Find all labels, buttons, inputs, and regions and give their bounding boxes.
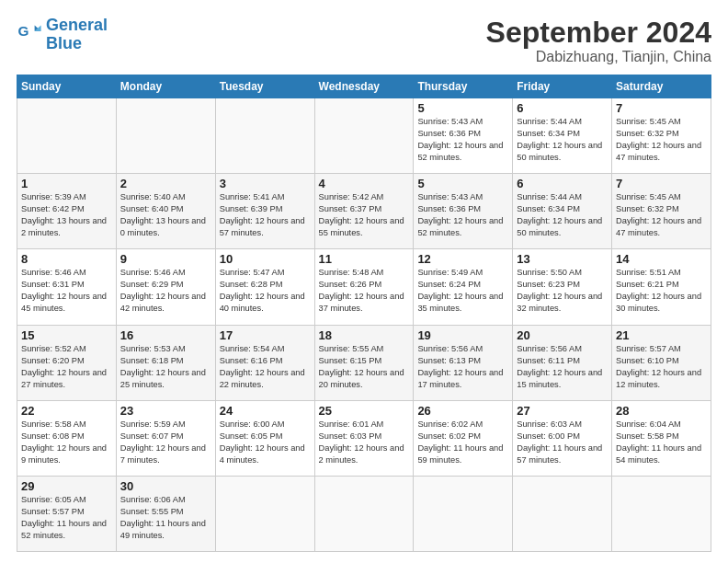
cell-content: Sunrise: 5:57 AMSunset: 6:10 PMDaylight:… [616, 343, 707, 391]
day-number: 20 [517, 328, 608, 342]
cell-content: Sunrise: 5:45 AMSunset: 6:32 PMDaylight:… [616, 116, 707, 164]
calendar-cell: 18 Sunrise: 5:55 AMSunset: 6:15 PMDaylig… [314, 325, 414, 400]
day-number: 5 [417, 101, 508, 115]
cell-content: Sunrise: 5:48 AMSunset: 6:26 PMDaylight:… [319, 267, 410, 315]
calendar-cell: 19 Sunrise: 5:56 AMSunset: 6:13 PMDaylig… [414, 325, 513, 400]
calendar-cell: 27 Sunrise: 6:03 AMSunset: 6:00 PMDaylig… [513, 400, 612, 476]
cell-content: Sunrise: 5:46 AMSunset: 6:31 PMDaylight:… [21, 267, 112, 315]
cell-content: Sunrise: 6:05 AMSunset: 5:57 PMDaylight:… [21, 494, 112, 542]
day-number: 6 [517, 101, 608, 115]
day-number: 5 [417, 177, 508, 190]
day-number: 2 [120, 177, 211, 190]
day-number: 25 [319, 404, 410, 418]
calendar-cell: 8 Sunrise: 5:46 AMSunset: 6:31 PMDayligh… [17, 249, 117, 325]
calendar-cell: 15 Sunrise: 5:52 AMSunset: 6:20 PMDaylig… [17, 325, 117, 400]
cell-content: Sunrise: 5:45 AMSunset: 6:32 PMDaylight:… [616, 191, 707, 239]
day-number: 9 [120, 252, 211, 266]
calendar-cell [215, 476, 314, 551]
day-number: 30 [120, 479, 211, 493]
cell-content: Sunrise: 5:54 AMSunset: 6:16 PMDaylight:… [220, 343, 311, 391]
calendar-row: 1 Sunrise: 5:39 AMSunset: 6:42 PMDayligh… [17, 174, 711, 249]
day-number: 7 [616, 101, 707, 115]
th-sunday: Sunday [17, 75, 117, 98]
cell-content: Sunrise: 6:06 AMSunset: 5:55 PMDaylight:… [120, 494, 211, 542]
logo-icon: G [17, 22, 42, 48]
th-saturday: Saturday [612, 75, 711, 98]
logo-general: General [46, 16, 108, 34]
cell-content: Sunrise: 5:46 AMSunset: 6:29 PMDaylight:… [120, 267, 211, 315]
cell-content: Sunrise: 6:02 AMSunset: 6:02 PMDaylight:… [417, 419, 508, 466]
logo-text: General Blue [46, 17, 108, 53]
th-monday: Monday [116, 75, 215, 98]
calendar-cell: 13 Sunrise: 5:50 AMSunset: 6:23 PMDaylig… [513, 249, 612, 325]
calendar-cell: 12 Sunrise: 5:49 AMSunset: 6:24 PMDaylig… [414, 249, 513, 325]
calendar-cell: 7 Sunrise: 5:45 AMSunset: 6:32 PMDayligh… [612, 174, 711, 249]
day-number: 22 [21, 404, 112, 418]
day-number: 6 [517, 177, 608, 190]
calendar-cell [314, 98, 414, 174]
calendar-cell: 23 Sunrise: 5:59 AMSunset: 6:07 PMDaylig… [116, 400, 215, 476]
calendar-row: 5 Sunrise: 5:43 AMSunset: 6:36 PMDayligh… [17, 98, 711, 174]
day-number: 17 [220, 328, 311, 342]
calendar-cell: 20 Sunrise: 5:56 AMSunset: 6:11 PMDaylig… [513, 325, 612, 400]
calendar-cell: 30 Sunrise: 6:06 AMSunset: 5:55 PMDaylig… [116, 476, 215, 551]
day-number: 18 [319, 328, 410, 342]
cell-content: Sunrise: 5:52 AMSunset: 6:20 PMDaylight:… [21, 343, 112, 391]
calendar-row: 22 Sunrise: 5:58 AMSunset: 6:08 PMDaylig… [17, 400, 711, 476]
logo-blue: Blue [46, 34, 82, 52]
calendar-cell: 7 Sunrise: 5:45 AMSunset: 6:32 PMDayligh… [612, 98, 711, 174]
calendar-cell: 2 Sunrise: 5:40 AMSunset: 6:40 PMDayligh… [116, 174, 215, 249]
th-thursday: Thursday [414, 75, 513, 98]
cell-content: Sunrise: 5:56 AMSunset: 6:11 PMDaylight:… [517, 343, 608, 391]
cell-content: Sunrise: 6:03 AMSunset: 6:00 PMDaylight:… [517, 419, 608, 466]
cell-content: Sunrise: 5:56 AMSunset: 6:13 PMDaylight:… [417, 343, 508, 391]
cell-content: Sunrise: 5:55 AMSunset: 6:15 PMDaylight:… [319, 343, 410, 391]
logo: G General Blue [17, 17, 108, 53]
calendar-cell [116, 98, 215, 174]
th-wednesday: Wednesday [314, 75, 414, 98]
cell-content: Sunrise: 5:53 AMSunset: 6:18 PMDaylight:… [120, 343, 211, 391]
title-block: September 2024 Dabizhuang, Tianjin, Chin… [486, 17, 711, 65]
calendar-cell [513, 476, 612, 551]
calendar-cell: 4 Sunrise: 5:42 AMSunset: 6:37 PMDayligh… [314, 174, 414, 249]
day-number: 10 [220, 252, 311, 266]
header: G General Blue September 2024 Dabizhuang… [17, 17, 711, 65]
calendar-cell: 25 Sunrise: 6:01 AMSunset: 6:03 PMDaylig… [314, 400, 414, 476]
calendar-cell: 24 Sunrise: 6:00 AMSunset: 6:05 PMDaylig… [215, 400, 314, 476]
cell-content: Sunrise: 5:42 AMSunset: 6:37 PMDaylight:… [319, 191, 410, 239]
day-number: 8 [21, 252, 112, 266]
cell-content: Sunrise: 5:50 AMSunset: 6:23 PMDaylight:… [517, 267, 608, 315]
day-number: 14 [616, 252, 707, 266]
calendar-row: 15 Sunrise: 5:52 AMSunset: 6:20 PMDaylig… [17, 325, 711, 400]
calendar-cell: 10 Sunrise: 5:47 AMSunset: 6:28 PMDaylig… [215, 249, 314, 325]
calendar-cell [215, 98, 314, 174]
day-number: 19 [417, 328, 508, 342]
day-number: 1 [21, 177, 112, 190]
day-number: 21 [616, 328, 707, 342]
calendar-cell [17, 98, 117, 174]
day-number: 16 [120, 328, 211, 342]
svg-text:G: G [17, 23, 28, 39]
calendar-cell [414, 476, 513, 551]
cell-content: Sunrise: 5:47 AMSunset: 6:28 PMDaylight:… [220, 267, 311, 315]
cell-content: Sunrise: 5:39 AMSunset: 6:42 PMDaylight:… [21, 191, 112, 239]
calendar-cell: 6 Sunrise: 5:44 AMSunset: 6:34 PMDayligh… [513, 98, 612, 174]
cell-content: Sunrise: 5:40 AMSunset: 6:40 PMDaylight:… [120, 191, 211, 239]
calendar-cell: 3 Sunrise: 5:41 AMSunset: 6:39 PMDayligh… [215, 174, 314, 249]
cell-content: Sunrise: 5:59 AMSunset: 6:07 PMDaylight:… [120, 419, 211, 466]
day-number: 11 [319, 252, 410, 266]
cell-content: Sunrise: 6:04 AMSunset: 5:58 PMDaylight:… [616, 419, 707, 466]
calendar-cell: 5 Sunrise: 5:43 AMSunset: 6:36 PMDayligh… [414, 98, 513, 174]
calendar-cell: 22 Sunrise: 5:58 AMSunset: 6:08 PMDaylig… [17, 400, 117, 476]
calendar-table: Sunday Monday Tuesday Wednesday Thursday… [17, 75, 711, 552]
calendar-cell: 6 Sunrise: 5:44 AMSunset: 6:34 PMDayligh… [513, 174, 612, 249]
cell-content: Sunrise: 5:41 AMSunset: 6:39 PMDaylight:… [220, 191, 311, 239]
cell-content: Sunrise: 5:44 AMSunset: 6:34 PMDaylight:… [517, 191, 608, 239]
day-number: 15 [21, 328, 112, 342]
calendar-cell: 14 Sunrise: 5:51 AMSunset: 6:21 PMDaylig… [612, 249, 711, 325]
calendar-page: G General Blue September 2024 Dabizhuang… [0, 0, 728, 563]
day-number: 29 [21, 479, 112, 493]
cell-content: Sunrise: 5:49 AMSunset: 6:24 PMDaylight:… [417, 267, 508, 315]
calendar-cell: 21 Sunrise: 5:57 AMSunset: 6:10 PMDaylig… [612, 325, 711, 400]
calendar-cell: 5 Sunrise: 5:43 AMSunset: 6:36 PMDayligh… [414, 174, 513, 249]
